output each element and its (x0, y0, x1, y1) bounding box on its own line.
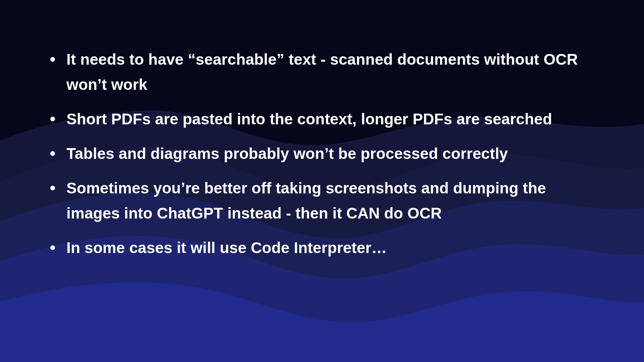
bullet-text: Short PDFs are pasted into the context, … (66, 110, 552, 128)
bullet-text: Tables and diagrams probably won’t be pr… (66, 145, 508, 162)
bullet-text: In some cases it will use Code Interpret… (66, 239, 387, 256)
list-item: Sometimes you’re better off taking scree… (50, 176, 597, 226)
list-item: In some cases it will use Code Interpret… (50, 235, 597, 260)
slide-content: It needs to have “searchable” text - sca… (0, 0, 644, 362)
list-item: Tables and diagrams probably won’t be pr… (50, 141, 597, 166)
bullet-text: Sometimes you’re better off taking scree… (66, 179, 546, 222)
list-item: It needs to have “searchable” text - sca… (50, 47, 597, 97)
bullet-text: It needs to have “searchable” text - sca… (66, 51, 578, 93)
bullet-list: It needs to have “searchable” text - sca… (50, 47, 597, 260)
list-item: Short PDFs are pasted into the context, … (50, 107, 597, 132)
